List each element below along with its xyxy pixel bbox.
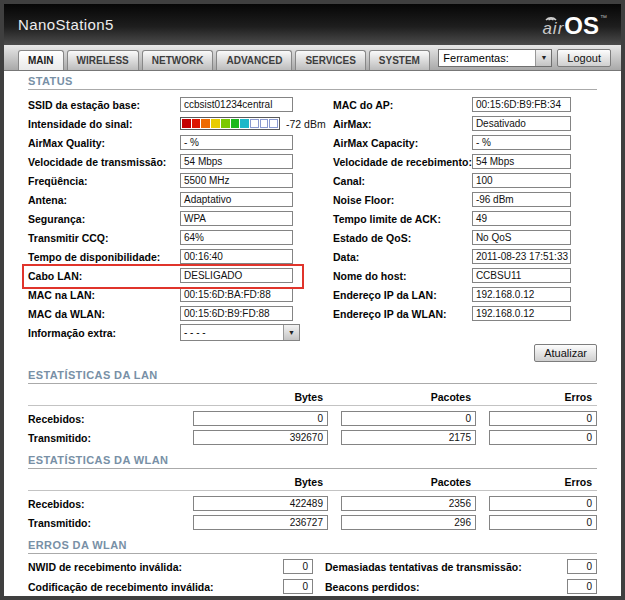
wifi-arcs-icon xyxy=(543,11,559,21)
tab-bar: MAIN WIRELESS NETWORK ADVANCED SERVICES … xyxy=(4,45,621,71)
wlan-mac-field: 00:15:6D:B9:FD:88 xyxy=(180,306,293,321)
lan-stats-title: ESTATÍSTICAS DA LAN xyxy=(28,369,597,381)
airmax-quality-field: - % xyxy=(180,135,293,150)
signal-segment xyxy=(182,119,191,128)
dropdown-arrow-icon: ▼ xyxy=(283,325,299,340)
wlan-errors-section: ERROS DA WLAN NWID de recebimento inváli… xyxy=(28,539,597,594)
wlan-tx-bytes: 236727 xyxy=(193,515,328,530)
wlan-rx-packets: 2356 xyxy=(341,496,476,511)
tab-services[interactable]: SERVICES xyxy=(295,50,365,70)
tab-network[interactable]: NETWORK xyxy=(142,50,214,70)
channel-label: Canal: xyxy=(333,175,472,187)
tab-advanced[interactable]: ADVANCED xyxy=(216,50,292,70)
invalid-nwid-label: NWID de recebimento inválida: xyxy=(28,561,271,573)
lan-rx-bytes: 0 xyxy=(193,411,328,426)
airmax-field: Desativado xyxy=(472,116,571,131)
extra-info-select[interactable]: - - - - ▼ xyxy=(180,324,300,341)
tx-retries-label: Demasiadas tentativas de transmissão: xyxy=(325,561,555,573)
wlan-ip-label: Endereço IP da WLAN: xyxy=(333,308,472,320)
divider xyxy=(28,553,597,554)
airos-logo: air OS ™ xyxy=(542,11,607,39)
missed-beacons-label: Beacons perdidos: xyxy=(325,581,555,593)
lan-statistics-section: ESTATÍSTICAS DA LAN Bytes Pacotes Erros … xyxy=(28,369,597,447)
signal-segment xyxy=(211,119,220,128)
wlan-errors-grid: NWID de recebimento inválida: 0 Demasiad… xyxy=(28,559,597,594)
lan-rx-errors: 0 xyxy=(489,411,597,426)
lan-stats-header: Bytes Pacotes Erros xyxy=(28,389,597,404)
tab-controls: Ferramentas: ▼ Logout xyxy=(438,49,611,67)
channel-field: 100 xyxy=(472,173,571,188)
tx-rate-label: Velocidade de transmissão: xyxy=(28,156,180,168)
ack-timeout-label: Tempo limite de ACK: xyxy=(333,213,472,225)
lan-stats-rows: Recebidos: 0 0 0 Transmitido: 392670 217… xyxy=(28,409,597,447)
signal-segment xyxy=(201,119,210,128)
qos-label: Estado de QoS: xyxy=(333,232,472,244)
brand-os: OS xyxy=(564,14,599,38)
tx-ccq-label: Transmitir CCQ: xyxy=(28,232,180,244)
airmax-label: AirMax: xyxy=(333,118,472,130)
tab-system[interactable]: SYSTEM xyxy=(369,50,430,70)
wlan-mac-label: MAC da WLAN: xyxy=(28,308,180,320)
airos-logo-air-wrap: air xyxy=(542,19,564,39)
invalid-nwid-value: 0 xyxy=(283,559,313,574)
signal-strength-value: -72 dBm xyxy=(286,118,326,130)
tab-wireless[interactable]: WIRELESS xyxy=(67,50,139,70)
row-label-transmitted: Transmitido: xyxy=(28,432,180,444)
col-pacotes: Pacotes xyxy=(341,476,476,488)
tx-rate-field: 54 Mbps xyxy=(180,154,293,169)
divider xyxy=(28,383,597,384)
refresh-button[interactable]: Atualizar xyxy=(534,344,597,362)
status-section-title: STATUS xyxy=(28,75,597,87)
antenna-label: Antena: xyxy=(28,194,180,206)
airmax-capacity-field: - % xyxy=(472,135,571,150)
date-label: Data: xyxy=(333,251,472,263)
signal-strength-cell: -72 dBm xyxy=(180,117,333,130)
wlan-ip-field: 192.168.0.12 xyxy=(472,306,571,321)
noise-floor-field: -96 dBm xyxy=(472,192,571,207)
noise-floor-label: Noise Floor: xyxy=(333,194,472,206)
refresh-row: Atualizar xyxy=(28,344,597,362)
wlan-statistics-section: ESTATÍSTICAS DA WLAN Bytes Pacotes Erros… xyxy=(28,454,597,532)
wlan-errors-title: ERROS DA WLAN xyxy=(28,539,597,551)
hostname-field: CCBSU11 xyxy=(472,268,571,283)
device-name: NanoStation5 xyxy=(18,16,114,33)
brand-air: air xyxy=(542,19,564,38)
signal-strength-bar xyxy=(180,117,280,130)
col-bytes: Bytes xyxy=(193,391,328,403)
row-label-received: Recebidos: xyxy=(28,498,180,510)
date-field: 2011-08-23 17:51:33 xyxy=(472,249,571,264)
signal-segment-empty xyxy=(260,119,269,128)
signal-segment-empty xyxy=(250,119,259,128)
signal-segment xyxy=(231,119,240,128)
wlan-tx-packets: 296 xyxy=(341,515,476,530)
qos-field: No QoS xyxy=(472,230,571,245)
col-erros: Erros xyxy=(489,476,597,488)
airos-window: NanoStation5 air OS ™ MAIN WIRELESS NETW… xyxy=(0,0,625,600)
lan-tx-packets: 2175 xyxy=(341,430,476,445)
divider xyxy=(28,468,597,469)
wlan-tx-errors: 0 xyxy=(489,515,597,530)
frequency-field: 5500 MHz xyxy=(180,173,293,188)
tabs: MAIN WIRELESS NETWORK ADVANCED SERVICES … xyxy=(18,50,433,70)
missed-beacons-value: 0 xyxy=(567,579,597,594)
tab-main[interactable]: MAIN xyxy=(18,50,64,70)
signal-segment xyxy=(221,119,230,128)
wlan-stats-header: Bytes Pacotes Erros xyxy=(28,474,597,489)
ap-mac-label: MAC do AP: xyxy=(333,99,472,111)
frequency-label: Freqüência: xyxy=(28,175,180,187)
rx-rate-field: 54 Mbps xyxy=(472,154,571,169)
airmax-quality-label: AirMax Quality: xyxy=(28,137,180,149)
tools-select[interactable]: Ferramentas: ▼ xyxy=(438,49,552,67)
tx-ccq-field: 64% xyxy=(180,230,293,245)
lan-tx-errors: 0 xyxy=(489,430,597,445)
lan-ip-label: Endereço IP da LAN: xyxy=(333,289,472,301)
wlan-stats-title: ESTATÍSTICAS DA WLAN xyxy=(28,454,597,466)
row-label-received: Recebidos: xyxy=(28,413,180,425)
security-label: Segurança: xyxy=(28,213,180,225)
logout-button[interactable]: Logout xyxy=(557,49,611,67)
uptime-label: Tempo de disponibilidade: xyxy=(28,251,180,263)
wlan-stats-rows: Recebidos: 422489 2356 0 Transmitido: 23… xyxy=(28,494,597,532)
lan-rx-packets: 0 xyxy=(341,411,476,426)
rx-rate-label: Velocidade de recebimento: xyxy=(333,156,472,168)
dropdown-arrow-icon: ▼ xyxy=(535,50,551,66)
